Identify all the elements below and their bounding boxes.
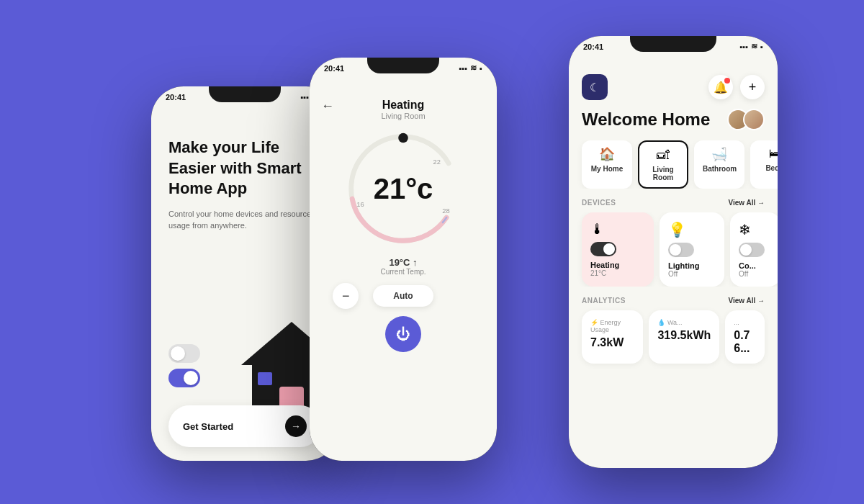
back-button[interactable]: ← [321,99,334,114]
devices-label: DEVICES [582,199,616,207]
analytics-label: ANALYTICS [582,297,626,305]
time-2: 20:41 [324,64,344,73]
my-home-icon: 🏠 [590,146,624,162]
phone3-content: ☾ 🔔 + Welcome Home [569,51,778,468]
heating-toggle-knob [603,243,615,255]
phone-3: 20:41 ▪▪▪ ≋ ▪ ☾ 🔔 + [569,36,778,468]
phones-wrapper: 20:41 ▪▪▪ ≋ ▪ Make your Life Easier with… [0,0,864,504]
lighting-toggle[interactable] [668,243,694,257]
toggle-knob-1 [171,346,185,361]
heating-toggle[interactable] [590,242,616,256]
phone1-title: Make your Life Easier with Smart Home Ap… [168,138,321,199]
thermostat-ring[interactable]: 22 16 28 21°c [342,127,464,250]
co-device-name: Co... [739,261,772,270]
analytics-row: ⚡ Energy Usage 7.3kW 💧 Wa... 319.5kWh ..… [569,310,778,364]
co-device-status: Off [739,270,772,278]
wifi-icon-2: ≋ [470,63,477,73]
add-button[interactable]: + [740,75,765,99]
status-icons-3: ▪▪▪ ≋ ▪ [739,42,763,51]
other-value: 0.7 6... [734,329,756,355]
device-co: ❄ Co... Off [730,212,778,287]
avatar-2 [743,109,765,130]
power-button[interactable]: ⏻ [385,316,421,352]
toggle-2[interactable] [168,369,200,387]
toggle-1[interactable] [168,344,200,363]
svg-text:22: 22 [433,158,441,166]
notification-button[interactable]: 🔔 [708,75,733,99]
current-temp: 19°C ↑ [310,257,497,268]
current-temp-label: Current Temp. [310,268,497,276]
notch-1 [209,86,281,102]
tab-my-home[interactable]: 🏠 My Home [582,140,632,189]
svg-rect-3 [258,372,272,385]
phone2-controls: − Auto [310,283,497,309]
tab-living-room[interactable]: 🛋 Living Room [638,140,688,189]
thermostat-container: 22 16 28 21°c [310,127,497,250]
signal-icon-2: ▪▪▪ [459,64,467,73]
time-3: 20:41 [583,42,603,51]
analytics-energy: ⚡ Energy Usage 7.3kW [582,310,643,364]
svg-text:28: 28 [442,207,449,215]
co-toggle[interactable] [739,243,765,257]
bedroom-label: Bed... [759,164,778,172]
status-icons-2: ▪▪▪ ≋ ▪ [459,63,482,73]
tab-bathroom[interactable]: 🛁 Bathroom [694,140,744,189]
living-room-label: Living Room [648,166,678,181]
battery-icon-2: ▪ [480,64,482,73]
my-home-label: My Home [590,165,624,173]
water-label: 💧 Wa... [657,319,711,326]
bedroom-icon: 🛏 [759,146,778,161]
devices-view-all[interactable]: View All → [728,199,765,207]
heating-device-name: Heating [590,261,645,269]
lighting-device-icon: 💡 [668,221,716,238]
phone-2-screen: 20:41 ▪▪▪ ≋ ▪ ← Heating Living Room [310,58,497,461]
co-device-icon: ❄ [739,221,772,238]
get-started-button[interactable]: Get Started → [168,405,321,447]
temp-display: 21°c [374,173,433,205]
header-right: 🔔 + [708,75,765,99]
analytics-other: ... 0.7 6... [725,310,765,364]
lighting-device-status: Off [668,270,716,278]
welcome-section: Welcome Home [569,109,778,130]
analytics-view-all[interactable]: View All → [728,297,765,305]
wifi-icon-3: ≋ [751,42,757,51]
svg-point-11 [398,133,408,143]
toggle-group [168,344,200,393]
analytics-water: 💧 Wa... 319.5kWh [649,310,719,364]
phone-2: 20:41 ▪▪▪ ≋ ▪ ← Heating Living Room [310,58,497,461]
welcome-title: Welcome Home [582,109,710,130]
toggle-knob-2 [184,371,198,385]
lighting-device-name: Lighting [668,261,716,270]
phone2-content: ← Heating Living Room [310,73,497,461]
time-1: 20:41 [166,93,186,102]
bathroom-icon: 🛁 [703,146,736,162]
heating-title: Heating [310,99,497,112]
heating-device-status: 21°C [590,269,645,277]
notch-3 [630,36,716,52]
tab-bedroom[interactable]: 🛏 Bed... [750,140,778,189]
living-room-icon: 🛋 [648,148,678,163]
device-lighting: 💡 Lighting Off [660,212,724,287]
phone1-subtitle: Control your home devices and resources … [168,208,321,232]
svg-text:16: 16 [356,202,364,209]
energy-label: ⚡ Energy Usage [590,319,634,333]
signal-icon-3: ▪▪▪ [739,42,748,51]
heating-room: Living Room [310,112,497,120]
arrow-icon: → [285,415,307,437]
bathroom-label: Bathroom [703,165,736,173]
app-icon[interactable]: ☾ [582,74,608,100]
temp-value: 21°c [374,173,433,205]
battery-icon-3: ▪ [760,42,763,51]
room-tabs: 🏠 My Home 🛋 Living Room 🛁 Bathroom 🛏 Bed… [569,140,778,189]
devices-section-header: DEVICES View All → [569,199,778,207]
notch-2 [367,58,439,73]
device-heating: 🌡 Heating 21°C [582,212,654,287]
other-label: ... [734,319,756,326]
notification-dot [724,78,730,84]
minus-button[interactable]: − [333,283,359,309]
heating-header: ← Heating Living Room [310,99,497,120]
auto-button[interactable]: Auto [373,285,433,307]
signal-icon-1: ▪▪▪ [300,93,309,102]
get-started-label: Get Started [183,421,233,432]
phone3-header: ☾ 🔔 + [569,74,778,100]
